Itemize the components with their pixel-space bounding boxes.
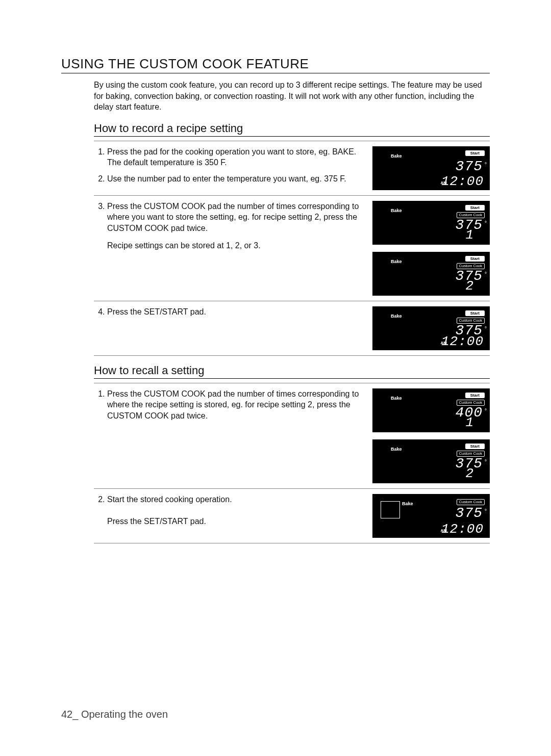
recall-row-2: Start the stored cooking operation. Pres… [94, 494, 490, 543]
start-button-icon: Start [465, 256, 485, 262]
bake-label: Bake [391, 314, 402, 319]
set-start-pad-ref-2: SET/START [144, 517, 188, 526]
set-start-pad-ref: SET/START [144, 307, 188, 316]
custom-cook-pad-ref: CUSTOM COOK [144, 202, 206, 211]
recall-row-1: Press the CUSTOM COOK pad the number of … [94, 388, 490, 489]
oven-display-7: Bake Custom Cook 375 ° AM 12:00 [372, 494, 490, 538]
recall1-text-a: Press the [107, 389, 142, 398]
bake-label: Bake [402, 501, 413, 506]
record-step-3: Press the CUSTOM COOK pad the number of … [107, 201, 362, 234]
start-button-icon: Start [465, 444, 485, 450]
recall2-text-a: Start the stored cooking operation. [107, 495, 232, 504]
bake-label: Bake [391, 447, 402, 452]
oven-display-1: Bake Start 375 ° AM 12:00 [372, 146, 490, 190]
degree-icon: ° [485, 508, 487, 514]
custom-cook-button-icon: Custom Cook [457, 499, 485, 506]
clock-readout: 12:00 [441, 334, 484, 349]
recall1-text-c: pad twice. [171, 411, 208, 420]
recall-step-1: Press the CUSTOM COOK pad the number of … [107, 388, 362, 422]
slot-readout: 1 [465, 415, 473, 430]
bake-box-icon [381, 501, 400, 518]
bake-label: Bake [391, 259, 402, 264]
record-row-3: Press the SET/START pad. Bake Start Cust… [94, 306, 490, 356]
page: USING THE CUSTOM COOK FEATURE By using t… [0, 0, 551, 756]
clock-readout: 12:00 [441, 522, 484, 537]
record-row-1: Press the pad for the cooking operation … [94, 146, 490, 196]
record-step-4: Press the SET/START pad. [107, 306, 362, 318]
oven-display-4: Bake Start Custom Cook 375 ° AM 12:00 [372, 306, 490, 350]
page-footer: 42_ Operating the oven [61, 709, 168, 720]
step3-text-c: pad twice. [171, 224, 208, 232]
custom-cook-pad-ref-3: CUSTOM COOK [144, 389, 206, 398]
recall2-text-b: Press the [107, 517, 142, 526]
temp-readout: 375 [456, 506, 483, 520]
step4-text-b: pad. [190, 307, 206, 316]
record-step-3-note: Recipe settings can be stored at 1, 2, o… [107, 240, 362, 251]
oven-display-5: Bake Start Custom Cook 400 ° 1 [372, 388, 490, 432]
step4-text-a: Press the [107, 307, 142, 316]
recall2-text-c: pad. [190, 517, 206, 526]
footer-section-title: Operating the oven [78, 709, 168, 720]
oven-display-2: Bake Start Custom Cook 375 ° 1 [372, 201, 490, 245]
temp-readout: 375 [456, 160, 483, 174]
step3-text-a: Press the [107, 202, 142, 211]
custom-cook-pad-ref-2: CUSTOM COOK [107, 224, 169, 232]
custom-cook-pad-ref-4: CUSTOM COOK [107, 411, 169, 420]
recall-section: Press the CUSTOM COOK pad the number of … [94, 383, 490, 543]
record-step-1: Press the pad for the cooking operation … [107, 146, 362, 168]
record-row-2: Press the CUSTOM COOK pad the number of … [94, 201, 490, 301]
clock-readout: 12:00 [441, 174, 484, 189]
bake-label: Bake [391, 208, 402, 213]
degree-icon: ° [485, 459, 487, 464]
start-button-icon: Start [465, 150, 485, 157]
oven-display-3: Bake Start Custom Cook 375 ° 2 [372, 252, 490, 296]
page-number: 42_ [61, 709, 78, 720]
intro-paragraph: By using the custom cook feature, you ca… [94, 80, 490, 113]
degree-icon: ° [485, 162, 487, 167]
oven-display-6: Bake Start Custom Cook 375 ° 2 [372, 439, 490, 483]
section-recall-title: How to recall a setting [94, 364, 490, 379]
start-button-icon: Start [465, 393, 485, 399]
bake-label: Bake [391, 153, 402, 159]
record-step-2: Use the number pad to enter the temperat… [107, 173, 362, 185]
section-record-title: How to record a recipe setting [94, 122, 490, 137]
slot-readout: 1 [465, 228, 473, 243]
start-button-icon: Start [465, 205, 485, 211]
recall-step-2: Start the stored cooking operation. Pres… [107, 494, 362, 527]
start-button-icon: Start [465, 310, 485, 317]
degree-icon: ° [485, 220, 487, 226]
page-title: USING THE CUSTOM COOK FEATURE [61, 56, 490, 73]
slot-readout: 2 [465, 466, 473, 481]
record-section: Press the pad for the cooking operation … [94, 141, 490, 356]
degree-icon: ° [485, 408, 487, 413]
bake-label: Bake [391, 396, 402, 401]
degree-icon: ° [485, 326, 487, 331]
degree-icon: ° [485, 271, 487, 277]
slot-readout: 2 [465, 279, 473, 294]
